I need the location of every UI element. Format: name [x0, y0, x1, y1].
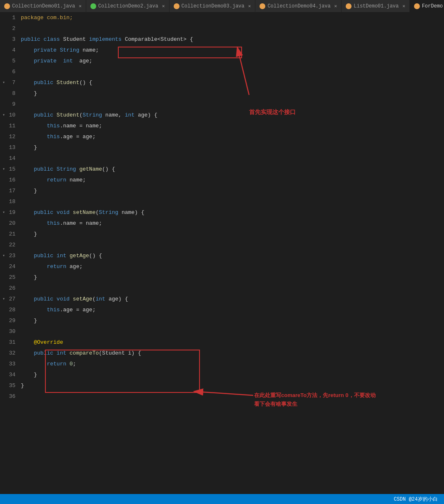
line-number-21: 21 [3, 229, 15, 240]
line-number-29: 29 [3, 315, 15, 326]
line-number-31: 31 [3, 337, 15, 348]
code-line-6 [21, 67, 444, 77]
line-number-19: 19▾ [3, 207, 15, 218]
tab-close[interactable]: ✕ [79, 3, 82, 9]
code-line-10: public Student(String name, int age) { [21, 110, 444, 121]
editor-wrapper: 1234567▾8910▾1112131415▾16171819▾2021222… [0, 12, 444, 402]
bottom-bar-text: CSDN @24岁的小白 [394, 496, 438, 503]
line-number-11: 11 [3, 121, 15, 132]
code-line-27: public void setAge(int age) { [21, 294, 444, 305]
line-number-20: 20 [3, 218, 15, 229]
code-area[interactable]: package com.bin;public class Student imp… [19, 12, 444, 402]
tab-label: ListDemo01.java [354, 3, 399, 9]
tab-close[interactable]: ✕ [334, 3, 337, 9]
line-number-9: 9 [3, 99, 15, 110]
code-line-34: } [21, 370, 444, 380]
line-number-32: 32↑ [3, 348, 15, 359]
line-number-28: 28 [3, 305, 15, 315]
line-number-15: 15▾ [3, 164, 15, 175]
code-editor: 1234567▾8910▾1112131415▾16171819▾2021222… [0, 12, 444, 402]
line-number-22: 22 [3, 240, 15, 251]
line-number-23: 23▾ [3, 251, 15, 261]
fold-icon-15[interactable]: ▾ [2, 164, 5, 175]
tab-label: CollectionDemo01.java [12, 3, 75, 9]
code-line-18 [21, 196, 444, 207]
line-number-7: 7▾ [3, 77, 15, 88]
code-line-5: private int age; [21, 56, 444, 67]
code-line-22 [21, 240, 444, 251]
tab-fordemo[interactable]: ForDemo.java ✕ [410, 0, 444, 12]
line-numbers: 1234567▾8910▾1112131415▾16171819▾2021222… [0, 12, 19, 402]
tab-collection-demo01[interactable]: CollectionDemo01.java ✕ [0, 0, 86, 12]
line-number-34: 34 [3, 370, 15, 380]
code-line-12: this.age = age; [21, 132, 444, 142]
code-line-36 [21, 391, 444, 402]
line-number-14: 14 [3, 153, 15, 164]
line-number-8: 8 [3, 88, 15, 99]
line-number-4: 4 [3, 45, 15, 56]
line-number-12: 12 [3, 132, 15, 142]
line-number-2: 2 [3, 23, 15, 34]
tab-icon-orange [174, 3, 180, 9]
line-number-33: 33 [3, 359, 15, 370]
tab-close[interactable]: ✕ [248, 3, 251, 9]
tab-icon-orange [4, 3, 10, 9]
code-line-35: } [21, 380, 444, 391]
fold-icon-27[interactable]: ▾ [2, 294, 5, 305]
code-line-29: } [21, 315, 444, 326]
tab-icon-green [90, 3, 96, 9]
fold-icon-19[interactable]: ▾ [2, 207, 5, 218]
line-number-17: 17 [3, 186, 15, 196]
line-number-26: 26 [3, 283, 15, 294]
code-line-13: } [21, 142, 444, 153]
tab-close[interactable]: ✕ [402, 3, 405, 9]
code-line-32: public int compareTo(Student i) { [21, 348, 444, 359]
annotation-text-1: 首先实现这个接口 [249, 108, 296, 117]
tab-listdemo01[interactable]: ListDemo01.java ✕ [342, 0, 410, 12]
code-line-2 [21, 23, 444, 34]
tab-bar: CollectionDemo01.java ✕ CollectionDemo2.… [0, 0, 444, 12]
code-line-33: return 0; [21, 359, 444, 370]
code-line-9 [21, 99, 444, 110]
code-line-31: @Override [21, 337, 444, 348]
fold-icon-23[interactable]: ▾ [2, 251, 5, 261]
bottom-bar: CSDN @24岁的小白 [0, 494, 444, 504]
line-number-5: 5 [3, 56, 15, 67]
code-line-15: public String getName() { [21, 164, 444, 175]
code-line-30 [21, 326, 444, 337]
tab-label: CollectionDemo2.java [98, 3, 158, 9]
code-line-8: } [21, 88, 444, 99]
line-number-30: 30 [3, 326, 15, 337]
code-line-1: package com.bin; [21, 12, 444, 23]
tab-collection-demo03[interactable]: CollectionDemo03.java ✕ [170, 0, 256, 12]
tab-close[interactable]: ✕ [162, 3, 165, 9]
code-line-4: private String name; [21, 45, 444, 56]
line-number-18: 18 [3, 196, 15, 207]
code-line-20: this.name = name; [21, 218, 444, 229]
code-line-19: public void setName(String name) { [21, 207, 444, 218]
annotation-text-2: 在此处重写comareTo方法，先return 0，不要改动看下会有啥事发生 [254, 391, 376, 409]
tab-icon-orange [259, 3, 265, 9]
line-number-27: 27▾ [3, 294, 15, 305]
line-number-10: 10▾ [3, 110, 15, 121]
fold-icon-7[interactable]: ▾ [2, 77, 5, 88]
line-number-6: 6 [3, 67, 15, 77]
code-line-25: } [21, 272, 444, 283]
tab-icon-orange [346, 3, 352, 9]
tab-label: ForDemo.java [422, 3, 444, 9]
tab-collection-demo04[interactable]: CollectionDemo04.java ✕ [255, 0, 342, 12]
tab-label: CollectionDemo04.java [267, 3, 330, 9]
tab-icon-orange [414, 3, 420, 9]
code-line-16: return name; [21, 175, 444, 186]
line-number-35: 35 [3, 380, 15, 391]
code-line-17: } [21, 186, 444, 196]
code-line-7: public Student() { [21, 77, 444, 88]
code-line-28: this.age = age; [21, 305, 444, 315]
code-line-23: public int getAge() { [21, 251, 444, 261]
code-line-21: } [21, 229, 444, 240]
line-number-13: 13 [3, 142, 15, 153]
code-line-26 [21, 283, 444, 294]
line-number-1: 1 [3, 12, 15, 23]
tab-collection-demo2[interactable]: CollectionDemo2.java ✕ [86, 0, 170, 12]
fold-icon-10[interactable]: ▾ [2, 110, 5, 121]
